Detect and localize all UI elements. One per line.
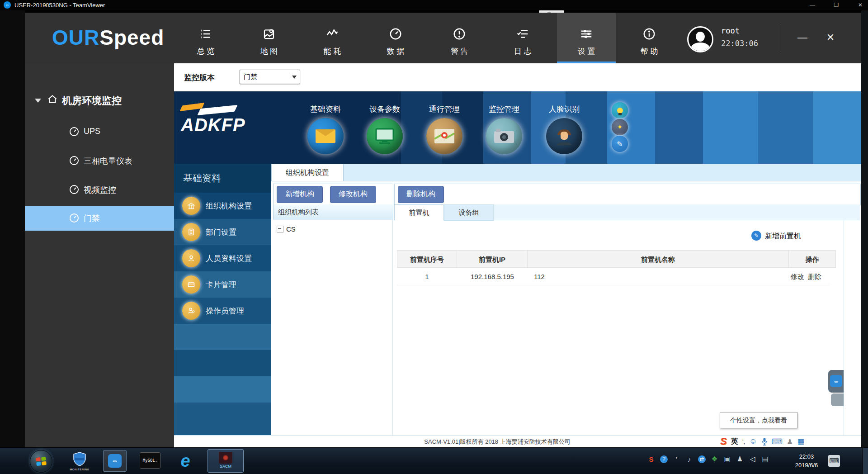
soft-keyboard-icon[interactable]: ⌨ [772,437,783,446]
tv-close-button[interactable]: ✕ [854,1,867,9]
energy-icon [326,27,339,41]
tv-maximize-button[interactable]: ❒ [830,1,843,9]
ime-language-toggle[interactable]: 英 [731,437,738,446]
gauge-icon [69,127,79,137]
sidebar-item-video[interactable]: 视频监控 [25,179,174,201]
username: root [721,26,740,35]
submenu-item-departments[interactable]: 部门设置 [174,219,271,245]
module-face-recognition[interactable]: 人脸识别 [530,104,598,154]
edge-widget[interactable]: ⇔ [828,370,844,407]
nav-item-overview[interactable]: 总 览 [176,13,235,63]
session-time: 22:03:06 [721,39,758,48]
copyright-text: SACM-V1.01|版权所有 2018 上海贾浦安防技术有限公司 [316,438,678,446]
row-delete-link[interactable]: 删除 [808,273,821,280]
version-bar: 监控版本 门禁 [174,63,861,91]
edit-org-button[interactable]: 修改机构 [330,186,376,203]
sliders-icon [580,27,593,41]
sidebar-item-label: 三相电量仪表 [84,156,132,166]
toolbox-grid-icon[interactable]: ▦ [797,437,804,446]
tab-device-group[interactable]: 设备组 [444,204,494,221]
pencil-icon[interactable]: ✎ [612,136,628,152]
swap-arrows-icon: ⇔ [830,375,842,387]
content-right-divider [844,220,844,435]
logo-our: OUR [52,26,99,49]
version-dropdown[interactable]: 门禁 [240,70,300,84]
front-machine-table: 前置机序号 前置机IP 前置机名称 操作 1 192.168.5.195 112… [397,250,836,285]
taskbar-item-mysql[interactable]: MySQL. [138,450,162,472]
bulb-icon[interactable] [612,102,628,118]
content-panel: 组织机构设置 新增机构 修改机构 删除机构 组织机构列表 CS 前置机 设备组 … [271,164,861,435]
tray-sogou-icon[interactable]: S [647,455,655,463]
smiley-icon[interactable]: ☺ [749,437,757,446]
tray-network-icon[interactable]: ▤ [761,455,769,463]
col-header-ip: 前置机IP [457,250,528,268]
tab-org-setup[interactable]: 组织机构设置 [271,164,344,181]
tray-icon[interactable]: ▣ [723,455,731,463]
ime-tooltip: 个性设置，点我看看 [720,412,797,428]
bank-icon [182,197,200,215]
cell-name: 112 [528,268,783,285]
sogou-logo-icon[interactable]: S [720,436,727,447]
person-icon[interactable]: ♟ [787,437,793,446]
tree-node-cs[interactable]: CS [277,225,296,233]
tab-front-machine[interactable]: 前置机 [394,204,444,220]
avatar[interactable] [687,26,713,52]
module-label: 基础资料 [292,104,359,114]
sidebar-root-node[interactable]: 机房环境监控 [25,90,174,111]
submenu-stripe [174,376,271,403]
tray-teamviewer-icon[interactable]: ⇄ [698,455,706,463]
module-label: 设备参数 [351,104,419,114]
nav-item-map[interactable]: 地 图 [240,13,298,63]
taskbar-item-sacm[interactable]: SACM [208,449,244,473]
submenu-item-org-setup[interactable]: 组织机构设置 [174,193,271,219]
submenu-item-personnel[interactable]: 人员资料设置 [174,245,271,271]
tray-sound-icon[interactable]: ♪ [685,455,693,463]
module-monitor-mgmt[interactable]: 监控管理 [470,104,538,154]
tree-collapse-icon[interactable] [277,226,283,232]
alert-icon [453,27,466,41]
cell-ip: 192.168.5.195 [457,268,528,285]
taskbar-clock[interactable]: 22:03 2019/6/6 [788,452,826,469]
sidebar-item-access-control[interactable]: 门禁 [25,206,174,231]
taskbar-item-remote-tool[interactable]: ⇔ [103,450,127,472]
module-access-mgmt[interactable]: 通行管理 [410,104,478,154]
col-header-seq: 前置机序号 [397,250,457,268]
tray-icon[interactable]: ♟ [736,455,744,463]
module-basic-info[interactable]: 基础资料 [292,104,359,154]
tray-help-icon[interactable]: ? [660,455,668,463]
sacm-app-icon [219,452,232,464]
tray-icon[interactable]: ❖ [711,455,718,463]
tray-icon[interactable]: ’ [673,455,680,463]
tv-minimize-button[interactable]: — [806,1,819,9]
start-button[interactable] [30,450,52,473]
tools-icon[interactable]: ✦ [612,119,628,135]
module-device-params[interactable]: 设备参数 [351,104,419,154]
app-close-button[interactable]: ✕ [821,28,840,47]
nav-item-settings[interactable]: 设 置 [557,13,616,63]
taskbar-item-monitoring[interactable]: MONITERING [68,450,91,472]
nav-label: 警 告 [430,46,489,57]
header-divider [781,24,781,52]
submenu-item-cards[interactable]: 卡片管理 [174,271,271,298]
ime-punctuation-toggle[interactable]: ’, [742,438,745,445]
col-header-name: 前置机名称 [528,250,789,268]
tray-volume-icon[interactable]: ◁ [749,455,756,463]
touch-keyboard-icon[interactable]: ⌨ [828,455,840,467]
taskbar-item-ie[interactable]: e [174,450,197,472]
nav-item-alerts[interactable]: 警 告 [430,13,489,63]
sidebar-item-power-meter[interactable]: 三相电量仪表 [25,150,174,172]
row-edit-link[interactable]: 修改 [791,273,804,280]
app-minimize-button[interactable]: — [793,28,811,47]
mic-icon[interactable] [761,437,768,446]
submenu-item-label: 部门设置 [206,227,236,237]
nav-item-energy[interactable]: 能 耗 [303,13,362,63]
add-org-button[interactable]: 新增机构 [277,186,323,203]
sidebar-item-ups[interactable]: UPS [25,121,174,143]
submenu-item-operators[interactable]: 操作员管理 [174,298,271,324]
nav-item-data[interactable]: 数 据 [366,13,425,63]
show-desktop-button[interactable] [863,448,868,474]
nav-item-logs[interactable]: 日 志 [493,13,552,63]
delete-org-button[interactable]: 删除机构 [398,186,444,203]
submenu-item-label: 操作员管理 [206,306,244,316]
nav-item-help[interactable]: 帮 助 [620,13,679,63]
